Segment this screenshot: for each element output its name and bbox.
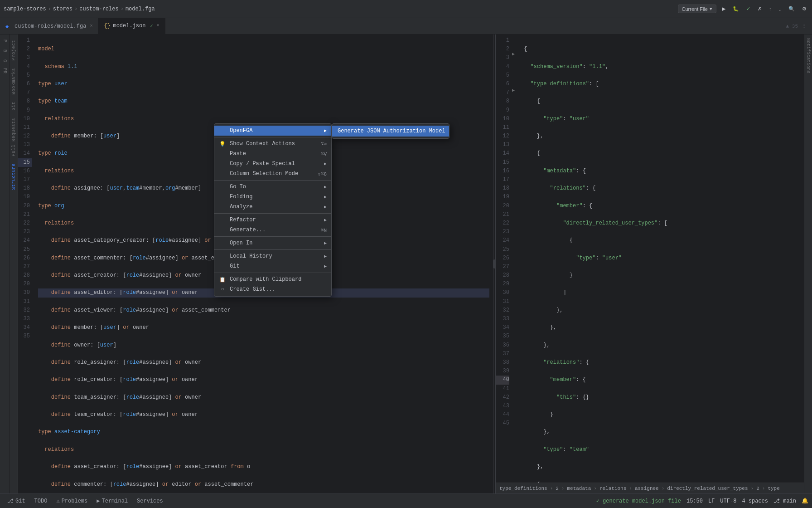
update-button[interactable]: ↓	[777, 5, 783, 13]
right-code-area[interactable]: { "schema_version": "1.1", "type_definit…	[520, 34, 804, 483]
breadcrumb-custom-roles[interactable]: custom-roles	[79, 6, 118, 12]
code-line-22: define team_creator: [role#assignee] or …	[38, 410, 489, 419]
json-file-icon: {}	[104, 23, 110, 29]
code-line-19: define role_assigner: [role#assignee] or…	[38, 358, 489, 367]
bc-metadata[interactable]: metadata	[567, 486, 591, 491]
tab-spacer	[165, 18, 783, 34]
open-in-arrow: ▶	[324, 240, 327, 246]
separator-6	[214, 273, 331, 273]
menu-openfga[interactable]: OpenFGA ▶	[214, 126, 331, 136]
panel-bookmarks-label[interactable]: Bookmarks	[10, 64, 17, 98]
bottom-tab-todo[interactable]: TODO	[31, 496, 51, 506]
bc-relations[interactable]: relations	[599, 486, 626, 491]
bottom-tab-problems[interactable]: ⚠ Problems	[53, 496, 91, 506]
code-line-23: type asset-category	[38, 428, 489, 436]
current-file-button[interactable]: Current File ▾	[678, 5, 716, 13]
menu-paste[interactable]: Paste ⌘V	[214, 149, 331, 159]
menu-compare-clipboard[interactable]: 📋 Compare with Clipboard	[214, 274, 331, 284]
menu-goto[interactable]: Go To ▶	[214, 182, 331, 192]
settings-button[interactable]: ⚙	[800, 5, 808, 13]
right-breadcrumb-bar: type_definitions › 2 › metadata › relati…	[496, 483, 804, 493]
bottom-tab-services[interactable]: Services	[133, 496, 167, 506]
terminal-label: Terminal	[102, 498, 128, 504]
goto-arrow: ▶	[324, 184, 327, 190]
git-push-button[interactable]: ↑	[767, 5, 773, 13]
bottom-bar: ⎇ Git TODO ⚠ Problems ▶ Terminal Service…	[0, 493, 812, 508]
debug-button[interactable]: 🐛	[731, 5, 741, 13]
breadcrumb-stores[interactable]: stores	[53, 6, 72, 12]
bc-idx-2[interactable]: 2	[756, 486, 759, 491]
tab-menu-button[interactable]: ⋮	[800, 22, 808, 30]
bc-directly-related[interactable]: directly_related_user_types	[667, 486, 748, 491]
status-indent[interactable]: 4 spaces	[742, 498, 768, 504]
copy-paste-label: Copy / Paste Special	[230, 161, 320, 167]
rcode-5: "type": "user"	[524, 115, 800, 123]
sidebar-icon-git[interactable]: G	[0, 56, 10, 65]
refactor-label: Refactor	[230, 217, 320, 223]
status-encoding[interactable]: UTF-8	[720, 498, 736, 504]
generate-json-label: Generate JSON Authorization Model	[338, 128, 445, 134]
rcode-23: },	[524, 428, 800, 436]
bc-type[interactable]: type	[768, 486, 779, 491]
bottom-tab-git[interactable]: ⎇ Git	[4, 496, 29, 506]
git-check-button[interactable]: ✓	[744, 5, 752, 13]
todo-label: TODO	[34, 498, 48, 504]
menu-show-context-actions[interactable]: 💡 Show Context Actions ⌥⏎	[214, 139, 331, 149]
menu-analyze[interactable]: Analyze ▶	[214, 202, 331, 212]
tab-model-fga[interactable]: ◆ custom-roles/model.fga ×	[0, 18, 98, 34]
panel-git-label[interactable]: Git	[10, 98, 17, 114]
compare-label: Compare with Clipboard	[230, 276, 327, 283]
notifications-icon[interactable]: 🔔	[802, 498, 808, 504]
breadcrumb-sample-stores[interactable]: sample-stores	[4, 6, 46, 12]
menu-open-in[interactable]: Open In ▶	[214, 238, 331, 248]
gutter-icons: ▶ ▶	[512, 34, 520, 483]
status-branch[interactable]: ⎇ main	[773, 498, 796, 504]
rcode-18: },	[524, 341, 800, 350]
gist-icon: ○	[219, 286, 226, 293]
generate-label: Generate...	[230, 227, 317, 233]
bc-type-definitions[interactable]: type_definitions	[499, 486, 547, 491]
status-lf[interactable]: LF	[708, 498, 715, 504]
rcode-25: },	[524, 463, 800, 471]
panel-project-label[interactable]: Project	[10, 36, 17, 64]
git-x-button[interactable]: ✗	[756, 5, 764, 13]
run-button[interactable]: ▶	[720, 5, 727, 13]
close-tab-json[interactable]: ×	[157, 23, 160, 28]
search-button[interactable]: 🔍	[787, 5, 797, 13]
analyze-label: Analyze	[230, 204, 320, 210]
panel-structure-label[interactable]: Structure	[10, 160, 17, 194]
rcode-15: ]	[524, 288, 800, 297]
problems-label: Problems	[62, 498, 88, 504]
rcode-21: "this": {}	[524, 393, 800, 402]
rcode-24: "type": "team"	[524, 445, 800, 454]
menu-copy-paste-special[interactable]: Copy / Paste Special ▶	[214, 159, 331, 169]
context-actions-shortcut: ⌥⏎	[321, 141, 327, 147]
menu-generate[interactable]: Generate... ⌘N	[214, 225, 331, 235]
separator-1	[214, 137, 331, 137]
submenu-generate-json[interactable]: Generate JSON Authorization Model	[332, 126, 449, 137]
right-editor-content[interactable]: 1 2 3 4 5 6 7 8 9 10 11 12 13 14 15 16 1	[496, 34, 804, 483]
bc-2[interactable]: 2	[556, 486, 559, 491]
menu-folding[interactable]: Folding ▶	[214, 192, 331, 202]
tab-model-json[interactable]: {} model.json ✓ ×	[98, 18, 165, 34]
paste-label: Paste	[230, 151, 317, 157]
menu-column-selection[interactable]: Column Selection Mode ⇧⌘8	[214, 169, 331, 179]
close-tab-fga[interactable]: ×	[90, 24, 92, 29]
bottom-tab-terminal[interactable]: ▶ Terminal	[93, 496, 131, 506]
sidebar-icon-bookmarks[interactable]: B	[0, 46, 10, 55]
sidebar-icon-project[interactable]: P	[0, 36, 10, 45]
breadcrumb-file[interactable]: model.fga	[126, 6, 155, 12]
rcode-7: {	[524, 149, 800, 158]
sidebar-icon-pull-requests[interactable]: PR	[0, 66, 10, 75]
menu-create-gist[interactable]: ○ Create Gist...	[214, 284, 331, 294]
status-line-col[interactable]: 15:50	[686, 498, 703, 504]
menu-git[interactable]: Git ▶	[214, 261, 331, 271]
terminal-icon: ▶	[97, 498, 100, 504]
menu-refactor[interactable]: Refactor ▶	[214, 215, 331, 225]
notifications-label[interactable]: Notifications	[805, 34, 812, 77]
main-area: P B G PR Project Bookmarks Git Pull Requ…	[0, 34, 812, 493]
menu-local-history[interactable]: Local History ▶	[214, 251, 331, 261]
status-git-check[interactable]: ✓ generate model.json file	[596, 498, 681, 504]
bc-assignee[interactable]: assignee	[635, 486, 659, 491]
panel-pull-requests-label[interactable]: Pull Requests	[10, 114, 17, 160]
